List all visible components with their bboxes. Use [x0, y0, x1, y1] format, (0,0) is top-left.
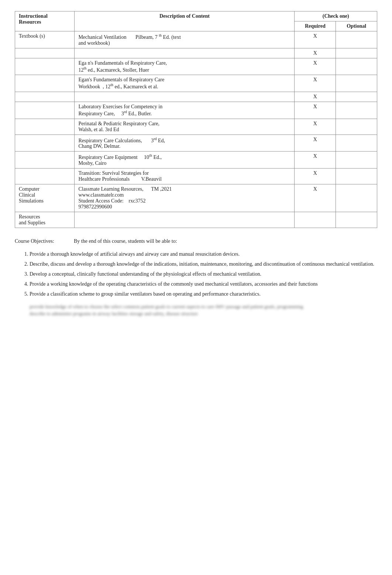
list-item: Provide a classification scheme to group… [30, 290, 377, 298]
required-cell: X [295, 168, 336, 184]
header-optional: Optional [336, 21, 377, 31]
optional-cell [336, 212, 377, 228]
required-cell: X [295, 48, 336, 58]
description-cell [75, 48, 295, 58]
description-cell: Classmate Learning Resources, TM ,2021 w… [75, 184, 295, 212]
required-cell: X [295, 184, 336, 212]
resource-cell [15, 75, 75, 92]
resource-cell [15, 92, 75, 102]
blurred-content: provide knowledge of when to choose the … [30, 303, 377, 317]
required-cell: X [295, 75, 336, 92]
description-cell: Respiratory Care Calculations, 3rd Ed, C… [75, 135, 295, 152]
resource-cell [15, 135, 75, 152]
required-cell: X [295, 31, 336, 48]
course-objectives-intro: By the end of this course, students will… [74, 238, 377, 244]
resources-table: Instructional Resources Description of C… [15, 11, 377, 228]
header-description: Description of Content [75, 11, 295, 31]
required-cell: X [295, 92, 336, 102]
required-cell: X [295, 119, 336, 135]
resource-cell [15, 168, 75, 184]
optional-cell [336, 135, 377, 152]
optional-cell [336, 48, 377, 58]
optional-cell [336, 152, 377, 169]
table-row: Transition: Survival Strategies for Heal… [15, 168, 377, 184]
resource-cell [15, 152, 75, 169]
table-row: Textbook (s) Mechanical Ventilation Pilb… [15, 31, 377, 48]
optional-cell [336, 184, 377, 212]
optional-cell [336, 119, 377, 135]
description-cell [75, 212, 295, 228]
list-item: Provide a thorough knowledge of artifici… [30, 250, 377, 258]
description-cell: Perinatal & Pediatric Respiratory Care, … [75, 119, 295, 135]
description-cell [75, 92, 295, 102]
resource-cell [15, 58, 75, 75]
optional-cell [336, 102, 377, 119]
optional-cell [336, 92, 377, 102]
table-row: X [15, 48, 377, 58]
header-instructional: Instructional Resources [15, 11, 75, 31]
table-row: Perinatal & Pediatric Respiratory Care, … [15, 119, 377, 135]
optional-cell [336, 58, 377, 75]
table-row: Ega n's Fundamentals of Respiratory Care… [15, 58, 377, 75]
table-row: Egan's Fundamentals of Respiratory Care … [15, 75, 377, 92]
objectives-list: Provide a thorough knowledge of artifici… [30, 250, 377, 298]
description-cell: Egan's Fundamentals of Respiratory Care … [75, 75, 295, 92]
list-item: Develop a conceptual, clinically functio… [30, 270, 377, 278]
optional-cell [336, 168, 377, 184]
description-cell: Mechanical Ventilation Pilbeam, 7 th Ed.… [75, 31, 295, 48]
resource-cell: Computer Clinical Simulations [15, 184, 75, 212]
course-objectives-section: Course Objectives: By the end of this co… [15, 238, 377, 244]
resource-cell [15, 48, 75, 58]
table-row: Respiratory Care Calculations, 3rd Ed, C… [15, 135, 377, 152]
required-cell [295, 212, 336, 228]
description-cell: Laboratory Exercises for Competency in R… [75, 102, 295, 119]
resource-cell: Textbook (s) [15, 31, 75, 48]
required-cell: X [295, 102, 336, 119]
required-cell: X [295, 135, 336, 152]
resource-cell: Resources and Supplies [15, 212, 75, 228]
table-row: Resources and Supplies [15, 212, 377, 228]
list-item: Describe, discuss and develop a thorough… [30, 260, 377, 268]
optional-cell [336, 31, 377, 48]
table-row: Laboratory Exercises for Competency in R… [15, 102, 377, 119]
table-row: Respiratory Care Equipment 10th Ed., Mos… [15, 152, 377, 169]
resource-cell [15, 119, 75, 135]
header-check-one: (Check one) [295, 11, 377, 21]
table-row: X [15, 92, 377, 102]
header-required: Required [295, 21, 336, 31]
course-objectives-label: Course Objectives: [15, 238, 66, 244]
resource-cell [15, 102, 75, 119]
list-item: Provide a working knowledge of the opera… [30, 280, 377, 288]
description-cell: Ega n's Fundamentals of Respiratory Care… [75, 58, 295, 75]
description-cell: Respiratory Care Equipment 10th Ed., Mos… [75, 152, 295, 169]
required-cell: X [295, 58, 336, 75]
description-cell: Transition: Survival Strategies for Heal… [75, 168, 295, 184]
required-cell: X [295, 152, 336, 169]
table-row: Computer Clinical Simulations Classmate … [15, 184, 377, 212]
optional-cell [336, 75, 377, 92]
